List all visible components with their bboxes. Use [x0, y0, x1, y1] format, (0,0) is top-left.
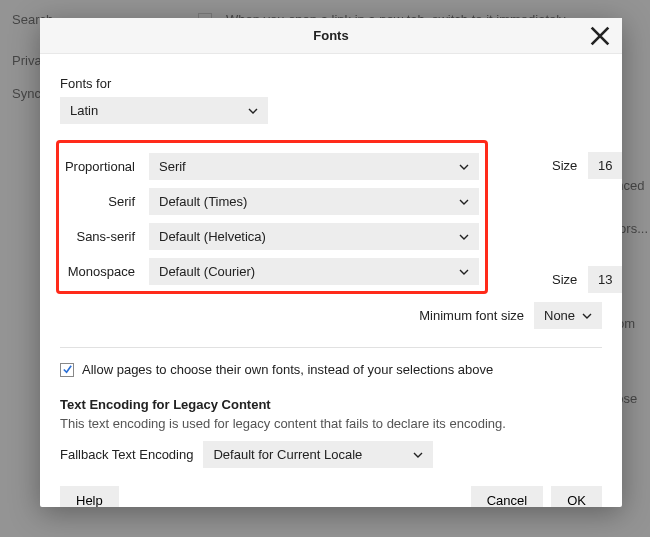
fonts-for-label: Fonts for	[60, 76, 602, 91]
min-font-select[interactable]: None	[534, 302, 602, 329]
chevron-down-icon	[248, 106, 258, 116]
fonts-for-value: Latin	[70, 103, 98, 118]
proportional-size-label: Size	[552, 158, 582, 173]
close-icon[interactable]	[590, 26, 610, 46]
allow-pages-checkbox[interactable]	[60, 363, 74, 377]
allow-pages-label: Allow pages to choose their own fonts, i…	[82, 362, 493, 377]
min-font-value: None	[544, 308, 575, 323]
ok-button[interactable]: OK	[551, 486, 602, 507]
chevron-down-icon	[582, 311, 592, 321]
sans-serif-value: Default (Helvetica)	[159, 229, 266, 244]
chevron-down-icon	[459, 232, 469, 242]
fallback-encoding-label: Fallback Text Encoding	[60, 447, 193, 462]
min-font-label: Minimum font size	[419, 308, 524, 323]
monospace-label: Monospace	[61, 264, 141, 279]
proportional-size-select[interactable]: 16	[588, 152, 622, 179]
monospace-value: Default (Courier)	[159, 264, 255, 279]
sans-serif-select[interactable]: Default (Helvetica)	[149, 223, 479, 250]
cancel-button[interactable]: Cancel	[471, 486, 543, 507]
proportional-size-value: 16	[598, 158, 612, 173]
serif-select[interactable]: Default (Times)	[149, 188, 479, 215]
proportional-select[interactable]: Serif	[149, 153, 479, 180]
encoding-heading: Text Encoding for Legacy Content	[60, 397, 602, 412]
encoding-desc: This text encoding is used for legacy co…	[60, 416, 602, 431]
dialog-title: Fonts	[313, 28, 348, 43]
fonts-dialog: Fonts Fonts for Latin Proportional Serif	[40, 18, 622, 507]
serif-label: Serif	[61, 194, 141, 209]
chevron-down-icon	[459, 162, 469, 172]
highlight-annotation: Proportional Serif Serif Default (Times)…	[56, 140, 488, 294]
chevron-down-icon	[413, 450, 423, 460]
monospace-size-select[interactable]: 13	[588, 266, 622, 293]
fallback-encoding-value: Default for Current Locale	[213, 447, 362, 462]
sans-serif-label: Sans-serif	[61, 229, 141, 244]
dialog-header: Fonts	[40, 18, 622, 54]
monospace-size-label: Size	[552, 272, 582, 287]
help-button[interactable]: Help	[60, 486, 119, 507]
monospace-select[interactable]: Default (Courier)	[149, 258, 479, 285]
proportional-value: Serif	[159, 159, 186, 174]
chevron-down-icon	[459, 197, 469, 207]
fonts-for-select[interactable]: Latin	[60, 97, 268, 124]
fallback-encoding-select[interactable]: Default for Current Locale	[203, 441, 433, 468]
chevron-down-icon	[459, 267, 469, 277]
proportional-label: Proportional	[61, 159, 141, 174]
serif-value: Default (Times)	[159, 194, 247, 209]
monospace-size-value: 13	[598, 272, 612, 287]
divider	[60, 347, 602, 348]
